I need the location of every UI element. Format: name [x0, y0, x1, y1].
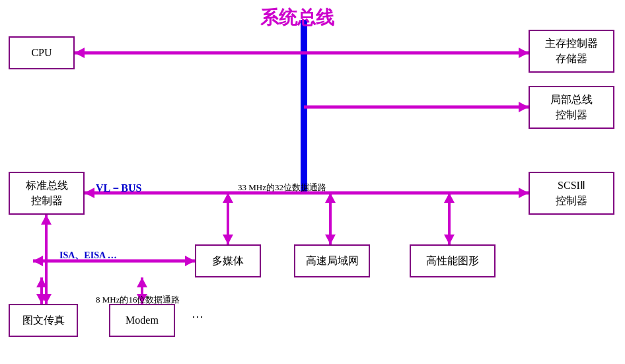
modem-box: Modem [109, 304, 175, 337]
local-bus-box: 局部总线控制器 [529, 86, 614, 129]
svg-marker-19 [33, 256, 43, 266]
svg-marker-3 [519, 48, 529, 58]
graphics-box: 高性能图形 [410, 244, 496, 277]
ellipsis-label: … [192, 307, 203, 321]
svg-marker-11 [223, 235, 233, 244]
svg-marker-28 [137, 277, 147, 287]
multimedia-box: 多媒体 [195, 244, 261, 277]
svg-marker-8 [519, 188, 529, 198]
isa-data-label: 8 MHz的16位数据通路 [96, 294, 180, 306]
main-memory-box: 主存控制器存储器 [529, 30, 614, 73]
cpu-box: CPU [9, 36, 75, 69]
svg-marker-14 [325, 235, 336, 244]
svg-marker-7 [85, 188, 94, 198]
svg-marker-2 [75, 48, 85, 58]
vl-data-label: 33 MHz的32位数据通路 [238, 182, 326, 194]
scsi-box: SCSIⅡ控制器 [529, 172, 614, 215]
vl-bus-label: VL－BUS [96, 182, 141, 196]
svg-marker-5 [519, 102, 529, 112]
lan-box: 高速局域网 [294, 244, 370, 277]
fax-box: 图文传真 [9, 304, 78, 337]
std-bus-box: 标准总线控制器 [9, 172, 85, 215]
isa-eisa-label: ISA、EISA … [59, 250, 117, 262]
svg-marker-20 [185, 256, 195, 266]
svg-marker-17 [444, 235, 455, 244]
svg-marker-22 [41, 215, 52, 225]
diagram: 系统总线 [0, 0, 625, 364]
title: 系统总线 [198, 5, 396, 30]
